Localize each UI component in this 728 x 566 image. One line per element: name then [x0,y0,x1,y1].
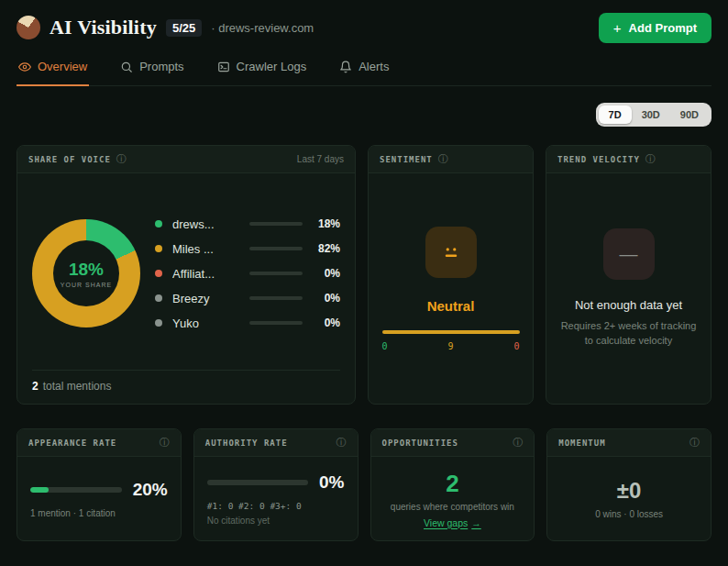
trend-velocity-header: TREND VELOCITY ⓘ [546,146,711,173]
legend-dot [155,319,162,327]
legend-row: Breezy 0% [155,292,340,305]
tab-prompts[interactable]: Prompts [118,58,185,86]
authority-rate-body: 0% #1: 0 #2: 0 #3+: 0 No citations yet [194,457,358,540]
total-mentions: 2total mentions [32,370,340,393]
metrics-row-bottom: APPEARANCE RATE ⓘ 20% 1 mention · 1 cita… [17,428,711,541]
authority-rate-header: AUTHORITY RATE ⓘ [194,429,358,457]
appearance-rate-value: 20% [133,480,168,500]
legend-bar [249,247,303,250]
legend-name: drews... [172,217,241,231]
metrics-row-top: SHARE OF VOICE ⓘ Last 7 days 18% YOUR SH… [17,145,711,405]
legend-name: Breezy [172,292,241,305]
velocity-empty-description: Requires 2+ weeks of tracking to calcula… [559,319,698,349]
legend-bar [249,272,303,275]
tab-crawler-logs-label: Crawler Logs [237,60,307,73]
add-prompt-label: Add Prompt [629,21,697,35]
arrow-right-icon: → [471,517,481,528]
info-icon[interactable]: ⓘ [336,438,347,448]
app-logo-icon [17,16,40,39]
share-of-voice-body: 18% YOUR SHARE drews... 18% [17,173,355,404]
info-icon[interactable]: ⓘ [689,438,700,448]
velocity-empty-title: Not enough data yet [575,298,682,312]
donut-center: 18% YOUR SHARE [32,219,140,327]
legend-row: Miles ... 82% [155,242,340,256]
legend-name: Affiliat... [172,267,241,281]
tab-alerts[interactable]: Alerts [337,58,391,86]
neutral-count: 9 [447,341,453,351]
tab-overview[interactable]: Overview [17,58,89,86]
authority-progress-bar [207,480,308,485]
tab-bar: Overview Prompts Crawler Logs Alerts [17,58,711,86]
sentiment-header: SENTIMENT ⓘ [369,146,533,173]
sentiment-value: Neutral [427,298,475,314]
legend-row: drews... 18% [155,217,340,231]
neutral-face-icon [425,227,477,278]
authority-rate-value: 0% [319,472,344,493]
share-donut-wrap: 18% YOUR SHARE [32,219,140,327]
tab-prompts-label: Prompts [139,60,183,73]
total-mentions-caption: total mentions [43,380,112,393]
dashboard-page: AI Visibility 5/25 · drews-review.com + … [0,0,728,566]
bell-icon [339,61,352,73]
view-gaps-label: View gaps [424,517,468,528]
legend-pct: 0% [311,316,340,329]
info-icon[interactable]: ⓘ [160,438,170,448]
tab-crawler-logs[interactable]: Crawler Logs [215,58,309,86]
appearance-rate-label: APPEARANCE RATE [28,438,116,448]
legend-dot [155,270,162,277]
sentiment-body: Neutral 0 9 0 [369,173,533,404]
opportunities-label: OPPORTUNITIES [382,438,458,448]
trend-velocity-label: TREND VELOCITY [557,155,640,164]
legend-bar [249,222,303,226]
trend-velocity-body: — Not enough data yet Requires 2+ weeks … [546,173,711,404]
legend-dot [155,245,162,252]
legend-dot [155,220,162,228]
share-of-voice-card: SHARE OF VOICE ⓘ Last 7 days 18% YOUR SH… [17,145,356,405]
plus-icon: + [613,21,622,35]
sentiment-counts: 0 9 0 [382,341,520,351]
appearance-progress-fill [30,487,49,493]
momentum-header: MOMENTUM ⓘ [547,429,711,457]
appearance-rate-body: 20% 1 mention · 1 citation [17,457,181,540]
legend-pct: 0% [311,267,340,280]
range-7d-button[interactable]: 7D [599,105,632,124]
trend-velocity-card: TREND VELOCITY ⓘ — Not enough data yet R… [546,145,711,405]
opportunities-value: 2 [446,470,458,498]
legend-row: Yuko 0% [155,316,340,330]
tab-alerts-label: Alerts [358,60,389,73]
sentiment-card: SENTIMENT ⓘ Neutral 0 9 0 [368,145,534,405]
opportunities-header: OPPORTUNITIES ⓘ [371,429,535,457]
authority-rate-sub: No citations yet [207,516,345,526]
legend-name: Yuko [172,316,241,330]
info-icon[interactable]: ⓘ [645,154,656,164]
time-range-selector: 7D 30D 90D [596,103,711,127]
view-gaps-link[interactable]: View gaps → [424,517,481,528]
momentum-body: ±0 0 wins · 0 losses [547,457,711,540]
legend-pct: 18% [311,217,340,230]
info-icon[interactable]: ⓘ [116,154,127,164]
range-30d-button[interactable]: 30D [632,105,670,124]
minus-icon: — [603,228,655,280]
quota-badge: 5/25 [166,19,202,37]
legend-pct: 82% [311,242,340,255]
appearance-rate-sub: 1 mention · 1 citation [30,508,168,518]
sentiment-bar [382,330,520,334]
opportunities-body: 2 queries where competitors win View gap… [371,457,535,540]
info-icon[interactable]: ⓘ [438,154,448,164]
range-90d-button[interactable]: 90D [670,105,709,124]
share-of-voice-header: SHARE OF VOICE ⓘ Last 7 days [17,146,355,173]
project-domain: · drews-review.com [211,21,314,35]
authority-rate-card: AUTHORITY RATE ⓘ 0% #1: 0 #2: 0 #3+: 0 N… [193,428,358,541]
authority-rate-label: AUTHORITY RATE [205,438,288,448]
legend-pct: 0% [311,292,340,305]
momentum-value: ±0 [617,478,642,504]
tab-overview-label: Overview [38,60,87,73]
total-mentions-value: 2 [32,380,39,393]
sentiment-label: SENTIMENT [380,155,433,164]
appearance-rate-header: APPEARANCE RATE ⓘ [17,429,181,457]
info-icon[interactable]: ⓘ [513,438,523,448]
positive-count: 0 [382,341,388,351]
add-prompt-button[interactable]: + Add Prompt [599,13,711,43]
legend-bar [249,321,303,325]
top-bar: AI Visibility 5/25 · drews-review.com + … [17,13,711,43]
